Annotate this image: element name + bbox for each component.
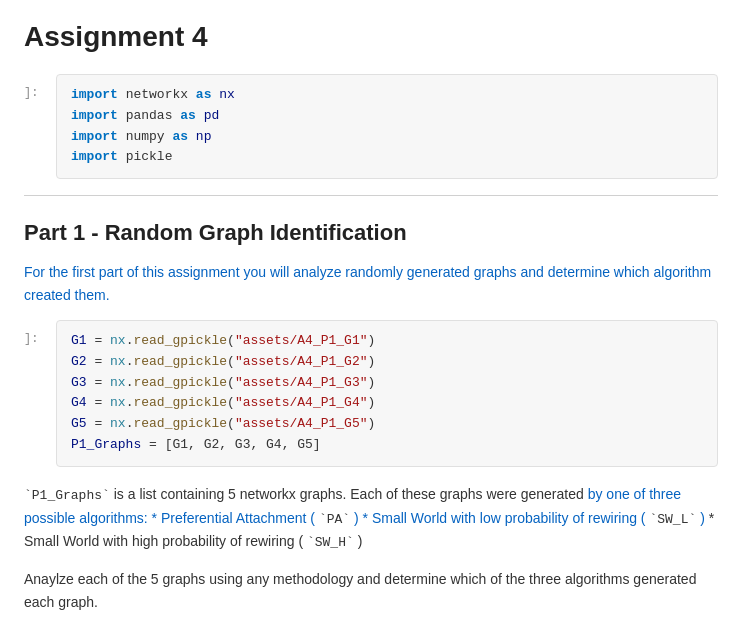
cell-label-2: ]: [24, 320, 48, 348]
code-line: G4 = nx.read_gpickle("assets/A4_P1_G4") [71, 393, 703, 414]
cell-label-1: ]: [24, 74, 48, 102]
paren: ) [368, 416, 376, 431]
string: "assets/A4_P1_G1" [235, 333, 368, 348]
func: read_gpickle [133, 354, 227, 369]
code-line: G1 = nx.read_gpickle("assets/A4_P1_G1") [71, 331, 703, 352]
keyword: import [71, 129, 118, 144]
paren: ) [368, 395, 376, 410]
paren: ) [368, 375, 376, 390]
code-cell-2: ]: G1 = nx.read_gpickle("assets/A4_P1_G1… [24, 320, 718, 467]
var: G1 [71, 333, 87, 348]
func: read_gpickle [133, 416, 227, 431]
keyword: as [196, 87, 212, 102]
section-1-description: For the first part of this assignment yo… [24, 261, 718, 306]
bracket: [G1, G2, G3, G4, G5] [165, 437, 321, 452]
swl-tick: `SW_L` [649, 512, 696, 527]
code-text: pickle [126, 149, 173, 164]
func: read_gpickle [133, 395, 227, 410]
code-line: G5 = nx.read_gpickle("assets/A4_P1_G5") [71, 414, 703, 435]
var: G5 [71, 416, 87, 431]
paren: ( [227, 395, 235, 410]
op: = [94, 333, 110, 348]
op: = [94, 395, 110, 410]
module: nx [110, 416, 126, 431]
paren: ( [227, 354, 235, 369]
module: nx [110, 354, 126, 369]
pa-tick: `PA` [319, 512, 350, 527]
description-para-2: Anaylze each of the 5 graphs using any m… [24, 568, 718, 613]
code-text: numpy [126, 129, 173, 144]
paren: ) [368, 333, 376, 348]
op: = [94, 354, 110, 369]
keyword: import [71, 149, 118, 164]
keyword: import [71, 108, 118, 123]
description-para-1: `P1_Graphs` is a list containing 5 netwo… [24, 483, 718, 554]
string: "assets/A4_P1_G5" [235, 416, 368, 431]
code-line: import pickle [71, 147, 703, 168]
string: "assets/A4_P1_G3" [235, 375, 368, 390]
desc-text-1: is a list containing 5 networkx graphs. … [114, 486, 588, 502]
var: P1_Graphs [71, 437, 141, 452]
alias: np [196, 129, 212, 144]
page-title: Assignment 4 [24, 16, 718, 58]
paren: ( [227, 375, 235, 390]
module: nx [110, 395, 126, 410]
code-block-1: import networkx as nx import pandas as p… [56, 74, 718, 179]
var: G4 [71, 395, 87, 410]
desc-text-3: ) [358, 533, 363, 549]
alias: nx [219, 87, 235, 102]
code-line: G3 = nx.read_gpickle("assets/A4_P1_G3") [71, 373, 703, 394]
code-line: import pandas as pd [71, 106, 703, 127]
backtick-p1graphs: `P1_Graphs` [24, 488, 110, 503]
description-text: For the first part of this assignment yo… [24, 264, 711, 302]
section-1-title: Part 1 - Random Graph Identification [24, 216, 718, 249]
code-line: P1_Graphs = [G1, G2, G3, G4, G5] [71, 435, 703, 456]
var: G3 [71, 375, 87, 390]
desc-link-3: ) [700, 510, 705, 526]
divider-1 [24, 195, 718, 196]
code-block-2: G1 = nx.read_gpickle("assets/A4_P1_G1") … [56, 320, 718, 467]
code-line: import numpy as np [71, 127, 703, 148]
paren: ( [227, 333, 235, 348]
string: "assets/A4_P1_G2" [235, 354, 368, 369]
alias: pd [204, 108, 220, 123]
paren: ( [227, 416, 235, 431]
string: "assets/A4_P1_G4" [235, 395, 368, 410]
code-line: import networkx as nx [71, 85, 703, 106]
swh-tick: `SW_H` [307, 535, 354, 550]
code-cell-1: ]: import networkx as nx import pandas a… [24, 74, 718, 179]
var: G2 [71, 354, 87, 369]
op: = [94, 375, 110, 390]
op: = [149, 437, 165, 452]
desc-link-2: ) * Small World with low probability of … [354, 510, 646, 526]
code-line: G2 = nx.read_gpickle("assets/A4_P1_G2") [71, 352, 703, 373]
func: read_gpickle [133, 375, 227, 390]
paren: ) [368, 354, 376, 369]
keyword: as [172, 129, 188, 144]
code-text: networkx [126, 87, 196, 102]
keyword: as [180, 108, 196, 123]
keyword: import [71, 87, 118, 102]
module: nx [110, 333, 126, 348]
func: read_gpickle [133, 333, 227, 348]
module: nx [110, 375, 126, 390]
op: = [94, 416, 110, 431]
code-text: pandas [126, 108, 181, 123]
